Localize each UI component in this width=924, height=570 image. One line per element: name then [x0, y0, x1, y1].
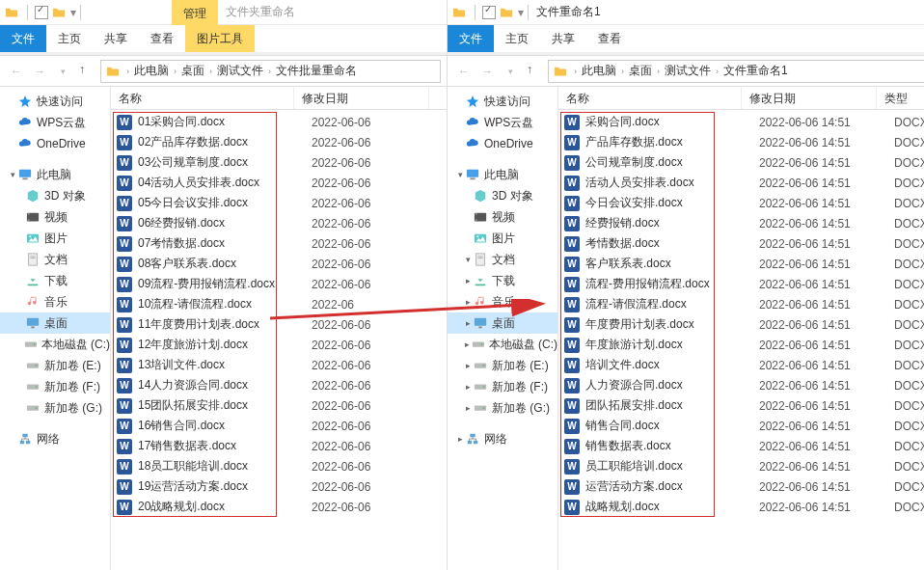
- nav-item-本地磁盘 (C:)[interactable]: 本地磁盘 (C:): [0, 334, 110, 355]
- breadcrumb-part[interactable]: 桌面: [626, 63, 655, 79]
- file-list[interactable]: W01采购合同.docx2022-06-06W02产品库存数据.docx2022…: [111, 110, 447, 517]
- file-row[interactable]: W战略规划.docx2022-06-06 14:51DOCX: [558, 497, 924, 517]
- nav-item-此电脑[interactable]: ▾此电脑: [0, 164, 110, 185]
- nav-item-3D 对象[interactable]: 3D 对象: [0, 185, 110, 206]
- header-name[interactable]: 名称: [558, 87, 742, 109]
- file-row[interactable]: W11年度费用计划表.docx2022-06-06: [111, 314, 447, 335]
- nav-item-WPS云盘[interactable]: WPS云盘: [448, 112, 557, 133]
- qa-checkbox[interactable]: [35, 6, 48, 19]
- nav-item-文档[interactable]: 文档: [0, 249, 110, 270]
- nav-item-音乐[interactable]: 音乐: [0, 291, 110, 312]
- file-row[interactable]: W流程-费用报销流程.docx2022-06-06 14:51DOCX: [558, 274, 924, 294]
- nav-item-网络[interactable]: 网络: [0, 428, 110, 449]
- folder-icon[interactable]: [51, 5, 67, 20]
- file-row[interactable]: W销售合同.docx2022-06-06 14:51DOCX: [558, 416, 924, 436]
- nav-item-视频[interactable]: 视频: [448, 206, 557, 228]
- ribbon-tab-文件[interactable]: 文件: [448, 25, 494, 52]
- up-button[interactable]: ↑: [79, 63, 96, 80]
- file-row[interactable]: W今日会议安排.docx2022-06-06 14:51DOCX: [558, 193, 924, 213]
- file-row[interactable]: W客户联系表.docx2022-06-06 14:51DOCX: [558, 254, 924, 274]
- nav-item-新加卷 (F:)[interactable]: ▸新加卷 (F:): [448, 376, 557, 397]
- file-row[interactable]: W19运营活动方案.docx2022-06-06: [111, 476, 447, 497]
- nav-item-桌面[interactable]: 桌面: [0, 312, 110, 334]
- file-row[interactable]: W17销售数据表.docx2022-06-06: [111, 436, 447, 456]
- breadcrumb[interactable]: › 此电脑›桌面›测试文件›文件批量重命名: [100, 60, 441, 83]
- folder-icon[interactable]: [499, 5, 514, 20]
- file-row[interactable]: W10流程-请假流程.docx2022-06: [111, 294, 447, 314]
- column-headers[interactable]: 名称 修改日期: [111, 87, 447, 110]
- header-date[interactable]: 修改日期: [742, 87, 877, 109]
- header-name[interactable]: 名称: [111, 87, 294, 109]
- nav-item-新加卷 (G:)[interactable]: ▸新加卷 (G:): [448, 397, 557, 419]
- nav-item-图片[interactable]: 图片: [448, 228, 557, 249]
- nav-item-WPS云盘[interactable]: WPS云盘: [0, 112, 110, 133]
- header-type[interactable]: 类型: [877, 87, 924, 109]
- ribbon-tab-主页[interactable]: 主页: [46, 25, 93, 52]
- nav-item-快速访问[interactable]: 快速访问: [0, 91, 110, 112]
- context-tab-manage[interactable]: 管理: [172, 0, 218, 27]
- back-button[interactable]: ←: [453, 61, 475, 82]
- nav-item-视频[interactable]: 视频: [0, 206, 110, 228]
- breadcrumb-part[interactable]: 文件批量重命名: [273, 63, 360, 79]
- nav-item-3D 对象[interactable]: 3D 对象: [448, 185, 557, 206]
- file-row[interactable]: W公司规章制度.docx2022-06-06 14:51DOCX: [558, 152, 924, 173]
- file-row[interactable]: W13培训文件.docx2022-06-06: [111, 355, 447, 375]
- file-row[interactable]: W经费报销.docx2022-06-06 14:51DOCX: [558, 213, 924, 233]
- breadcrumb-part[interactable]: 测试文件: [662, 63, 714, 79]
- file-row[interactable]: W年度旅游计划.docx2022-06-06 14:51DOCX: [558, 335, 924, 355]
- file-row[interactable]: W18员工职能培训.docx2022-06-06: [111, 456, 447, 476]
- breadcrumb[interactable]: › 此电脑›桌面›测试文件›文件重命名1: [548, 60, 924, 83]
- file-row[interactable]: W活动人员安排表.docx2022-06-06 14:51DOCX: [558, 173, 924, 193]
- nav-item-本地磁盘 (C:)[interactable]: ▸本地磁盘 (C:): [448, 334, 557, 355]
- file-row[interactable]: W09流程-费用报销流程.docx2022-06-06: [111, 274, 447, 294]
- file-row[interactable]: W产品库存数据.docx2022-06-06 14:51DOCX: [558, 132, 924, 152]
- file-row[interactable]: W06经费报销.docx2022-06-06: [111, 213, 447, 233]
- file-row[interactable]: W01采购合同.docx2022-06-06: [111, 112, 447, 132]
- breadcrumb-part[interactable]: 此电脑: [579, 63, 619, 79]
- nav-item-新加卷 (G:)[interactable]: 新加卷 (G:): [0, 397, 110, 419]
- ribbon-tab-查看[interactable]: 查看: [139, 25, 185, 52]
- file-row[interactable]: W05今日会议安排.docx2022-06-06: [111, 193, 447, 213]
- forward-button[interactable]: →: [29, 61, 50, 82]
- nav-item-桌面[interactable]: ▸桌面: [448, 312, 557, 334]
- file-row[interactable]: W08客户联系表.docx2022-06-06: [111, 254, 447, 274]
- file-row[interactable]: W12年度旅游计划.docx2022-06-06: [111, 335, 447, 355]
- breadcrumb-part[interactable]: 桌面: [178, 63, 207, 79]
- file-row[interactable]: W员工职能培训.docx2022-06-06 14:51DOCX: [558, 456, 924, 476]
- ribbon-tab-共享[interactable]: 共享: [93, 25, 139, 52]
- file-row[interactable]: W采购合同.docx2022-06-06 14:51DOCX: [558, 112, 924, 132]
- history-dropdown[interactable]: ▾: [500, 61, 521, 82]
- file-list[interactable]: W采购合同.docx2022-06-06 14:51DOCXW产品库存数据.do…: [558, 110, 924, 517]
- back-button[interactable]: ←: [6, 61, 27, 82]
- nav-item-OneDrive[interactable]: OneDrive: [0, 133, 110, 154]
- file-row[interactable]: W02产品库存数据.docx2022-06-06: [111, 132, 447, 152]
- nav-item-新加卷 (E:)[interactable]: 新加卷 (E:): [0, 355, 110, 376]
- qa-checkbox[interactable]: [482, 6, 496, 19]
- nav-tree[interactable]: 快速访问WPS云盘OneDrive▾此电脑3D 对象视频图片文档下载音乐桌面本地…: [0, 87, 111, 570]
- forward-button[interactable]: →: [476, 61, 498, 82]
- file-row[interactable]: W03公司规章制度.docx2022-06-06: [111, 152, 447, 173]
- file-row[interactable]: W07考情数据.docx2022-06-06: [111, 233, 447, 254]
- nav-item-音乐[interactable]: ▸音乐: [448, 291, 557, 312]
- up-button[interactable]: ↑: [527, 63, 544, 80]
- file-row[interactable]: W考情数据.docx2022-06-06 14:51DOCX: [558, 233, 924, 254]
- nav-item-此电脑[interactable]: ▾此电脑: [448, 164, 557, 185]
- header-date[interactable]: 修改日期: [294, 87, 429, 109]
- nav-item-OneDrive[interactable]: OneDrive: [448, 133, 557, 154]
- ribbon-tab-context[interactable]: 图片工具: [185, 25, 255, 52]
- file-row[interactable]: W运营活动方案.docx2022-06-06 14:51DOCX: [558, 476, 924, 497]
- history-dropdown[interactable]: ▾: [52, 61, 73, 82]
- nav-item-新加卷 (F:)[interactable]: 新加卷 (F:): [0, 376, 110, 397]
- nav-tree[interactable]: 快速访问WPS云盘OneDrive▾此电脑3D 对象视频图片▾文档▸下载▸音乐▸…: [448, 87, 558, 570]
- ribbon-tab-共享[interactable]: 共享: [540, 25, 586, 52]
- file-row[interactable]: W04活动人员安排表.docx2022-06-06: [111, 173, 447, 193]
- nav-item-下载[interactable]: ▸下载: [448, 270, 557, 291]
- nav-item-网络[interactable]: ▸网络: [448, 428, 557, 449]
- nav-item-新加卷 (E:)[interactable]: ▸新加卷 (E:): [448, 355, 557, 376]
- file-row[interactable]: W20战略规划.docx2022-06-06: [111, 497, 447, 517]
- file-row[interactable]: W年度费用计划表.docx2022-06-06 14:51DOCX: [558, 314, 924, 335]
- ribbon-tab-查看[interactable]: 查看: [586, 25, 633, 52]
- file-row[interactable]: W流程-请假流程.docx2022-06-06 14:51DOCX: [558, 294, 924, 314]
- breadcrumb-part[interactable]: 此电脑: [131, 63, 172, 79]
- breadcrumb-part[interactable]: 文件重命名1: [720, 63, 791, 79]
